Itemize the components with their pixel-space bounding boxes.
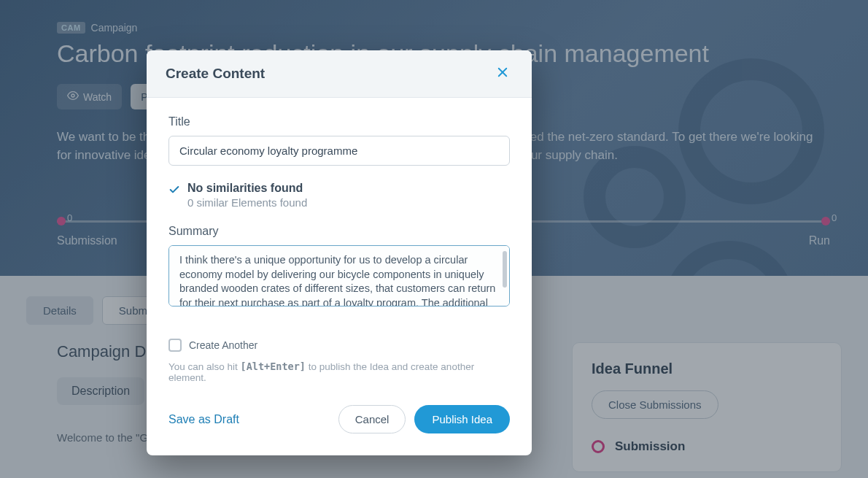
close-button[interactable] [492,63,513,84]
similarity-title: No similarities found [187,182,307,195]
create-another-checkbox[interactable] [168,339,182,352]
keyboard-hint: You can also hit [Alt+Enter] to publish … [168,361,510,383]
summary-textarea[interactable] [168,245,510,307]
publish-idea-button[interactable]: Publish Idea [414,405,510,433]
cancel-button[interactable]: Cancel [338,405,406,433]
check-icon [168,184,180,209]
save-as-draft-link[interactable]: Save as Draft [168,413,239,426]
create-content-modal: Create Content Title No similarities fou… [147,50,532,455]
similarity-subtext: 0 similar Elements found [187,196,307,209]
summary-field-label: Summary [168,225,510,238]
title-field-label: Title [168,115,510,128]
close-icon [496,66,509,82]
create-another-label: Create Another [189,339,257,351]
title-input[interactable] [168,136,510,166]
scrollbar[interactable] [503,251,507,288]
modal-title: Create Content [166,66,265,82]
